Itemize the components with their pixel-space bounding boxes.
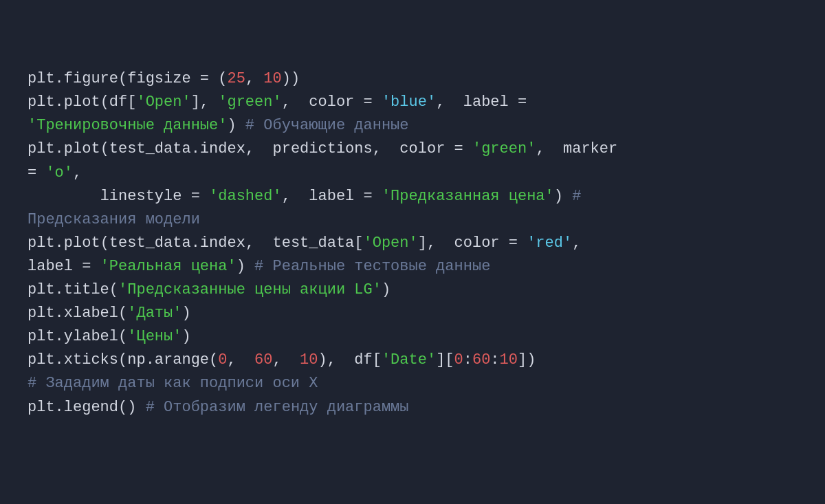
code-content: plt.figure(figsize = (25, 10)) plt.plot(… — [28, 21, 798, 466]
code-editor: plt.figure(figsize = (25, 10)) plt.plot(… — [0, 0, 825, 504]
line-1: plt.figure(figsize = (25, 10)) plt.plot(… — [28, 70, 617, 415]
